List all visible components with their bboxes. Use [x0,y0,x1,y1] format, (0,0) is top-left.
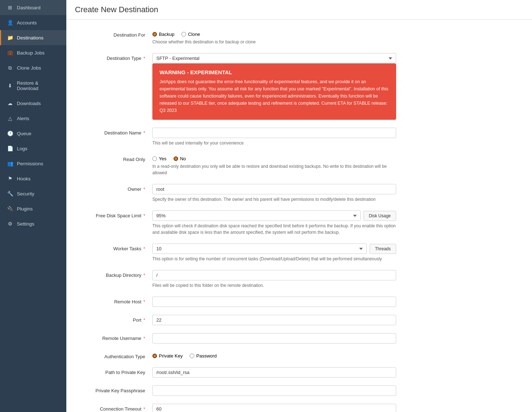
destination-name-label: Destination Name * [81,128,152,136]
connection-timeout-input[interactable] [152,404,396,412]
read-only-label: Read Only [81,154,152,162]
sidebar-item-logs[interactable]: 📄Logs [0,141,66,156]
warning-row: WARNING - EXPERIMENTAL JetApps does not … [81,63,518,120]
backup-radio-option[interactable]: Backup [152,32,174,37]
remote-username-wrap [152,333,396,344]
threads-button[interactable]: Threads [370,244,396,254]
no-radio-option[interactable]: No [174,156,186,161]
destination-name-row: Destination Name * This will be used int… [81,128,518,146]
backup-directory-hint: Files will be copied to this folder on t… [152,282,396,289]
sidebar: ⊞Dashboard👤Accounts📁Destinations💼Backup … [0,0,66,412]
sidebar-item-plugins[interactable]: 🔌Plugins [0,201,66,216]
port-wrap [152,315,396,325]
sidebar-label-plugins: Plugins [17,206,33,212]
queue-icon: 🕐 [7,131,13,136]
remote-host-label: Remote Host * [81,297,152,304]
password-radio-option[interactable]: Password [190,353,217,359]
private-key-passphrase-input[interactable] [152,385,396,396]
destinations-icon: 📁 [7,35,13,41]
private-key-radio[interactable] [152,354,157,358]
sidebar-item-alerts[interactable]: △Alerts [0,111,66,126]
sidebar-label-dashboard: Dashboard [17,5,41,10]
disk-usage-button[interactable]: Disk Usage [364,211,396,221]
worker-tasks-row: Worker Tasks * 10124816 Threads This opt… [81,243,518,262]
accounts-icon: 👤 [7,20,13,25]
destination-for-wrap: Backup Clone Choose whether this destina… [152,30,396,45]
worker-tasks-label: Worker Tasks * [81,243,152,251]
dashboard-icon: ⊞ [7,5,13,10]
remote-host-wrap [152,297,396,307]
main-content: Create New Destination Destination For B… [66,0,532,412]
auth-type-wrap: Private Key Password [152,351,396,359]
path-private-key-wrap [152,367,396,378]
sidebar-item-security[interactable]: 🔧Security [0,186,66,201]
password-radio-label: Password [196,353,217,359]
backup-directory-input[interactable] [152,270,396,280]
clone-radio-label: Clone [188,32,200,37]
destination-type-select[interactable]: SFTP - ExperimentalS3FTPLocalDropbox [152,53,396,63]
sidebar-item-accounts[interactable]: 👤Accounts [0,15,66,30]
read-only-wrap: Yes No In a read-only destination you on… [152,154,396,176]
backup-radio[interactable] [152,32,157,37]
page-title: Create New Destination [75,5,523,14]
free-disk-space-label: Free Disk Space Limit * [81,210,152,218]
owner-wrap: Specify the owner of this destination. T… [152,184,396,203]
sidebar-item-settings[interactable]: ⚙Settings [0,216,66,231]
backup-directory-row: Backup Directory * Files will be copied … [81,270,518,289]
sidebar-label-accounts: Accounts [17,20,37,25]
remote-username-input[interactable] [152,333,396,344]
clone-radio[interactable] [181,32,186,37]
free-disk-space-select[interactable]: 95%90%85%80%None [152,210,361,221]
backup-directory-wrap: Files will be copied to this folder on t… [152,270,396,289]
logs-icon: 📄 [7,146,13,151]
sidebar-item-downloads[interactable]: ☁Downloads [0,96,66,111]
sidebar-item-permissions[interactable]: 👥Permissions [0,156,66,171]
sidebar-label-queue: Queue [17,131,32,136]
connection-timeout-label: Connection Timeout * [81,404,152,412]
sidebar-item-restore-download[interactable]: ⬇Restore & Download [0,76,66,96]
destination-for-label: Destination For [81,30,152,38]
read-only-hint: In a read-only destination you only will… [152,163,396,176]
yes-radio-label: Yes [159,156,166,161]
destination-for-hint: Choose whether this destination is for b… [152,39,396,45]
backup-jobs-icon: 💼 [7,50,13,56]
auth-type-row: Authentication Type Private Key Password [81,351,518,359]
sidebar-label-downloads: Downloads [17,101,41,106]
owner-input[interactable] [152,184,396,194]
password-radio[interactable] [190,354,194,358]
destination-for-radio-group: Backup Clone [152,30,396,37]
remote-host-input[interactable] [152,297,396,307]
remote-username-row: Remote Username * [81,333,518,344]
sidebar-item-clone-jobs[interactable]: ⧉Clone Jobs [0,60,66,76]
permissions-icon: 👥 [7,161,13,166]
private-key-radio-option[interactable]: Private Key [152,353,182,359]
port-input[interactable] [152,315,396,325]
connection-timeout-wrap: The Connection Time Out in seconds [152,404,396,412]
destination-type-row: Destination Type * SFTP - ExperimentalS3… [81,53,518,63]
yes-radio[interactable] [152,156,157,161]
sidebar-label-backup-jobs: Backup Jobs [17,50,44,56]
no-radio[interactable] [174,156,178,161]
destination-name-input[interactable] [152,128,396,138]
remote-username-label: Remote Username * [81,333,152,341]
plugins-icon: 🔌 [7,206,13,212]
port-label: Port * [81,315,152,323]
page-header: Create New Destination [66,0,532,20]
sidebar-item-queue[interactable]: 🕐Queue [0,126,66,141]
free-disk-space-row: Free Disk Space Limit * 95%90%85%80%None… [81,210,518,236]
sidebar-item-hooks[interactable]: ⚑Hooks [0,171,66,186]
remote-host-row: Remote Host * [81,297,518,307]
worker-tasks-select-wrap: 10124816 Threads [152,243,396,254]
destination-name-hint: This will be used internally for your co… [152,140,396,146]
warning-title: WARNING - EXPERIMENTAL [160,69,389,75]
hooks-icon: ⚑ [7,176,13,181]
sidebar-item-backup-jobs[interactable]: 💼Backup Jobs [0,45,66,60]
path-private-key-input[interactable] [152,367,396,378]
sidebar-label-permissions: Permissions [17,161,43,166]
sidebar-item-dashboard[interactable]: ⊞Dashboard [0,0,66,15]
security-icon: 🔧 [7,191,13,196]
clone-radio-option[interactable]: Clone [181,32,200,37]
yes-radio-option[interactable]: Yes [152,156,166,161]
sidebar-item-destinations[interactable]: 📁Destinations [0,30,66,45]
worker-tasks-select[interactable]: 10124816 [152,243,367,254]
